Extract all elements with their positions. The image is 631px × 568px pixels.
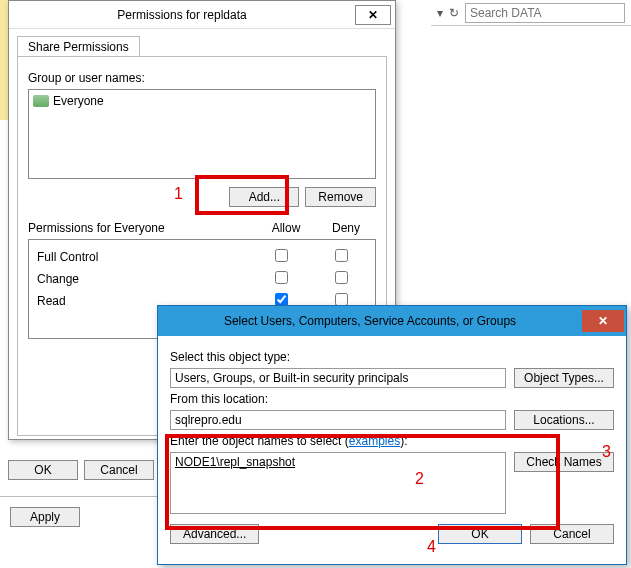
annotation-3: 3 bbox=[602, 443, 611, 461]
object-type-field: Users, Groups, or Built-in security prin… bbox=[170, 368, 506, 388]
dialog-title: Select Users, Computers, Service Account… bbox=[158, 314, 582, 328]
cancel-button[interactable]: Cancel bbox=[84, 460, 154, 480]
table-row: Change bbox=[33, 268, 371, 290]
deny-header: Deny bbox=[316, 221, 376, 235]
from-location-field: sqlrepro.edu bbox=[170, 410, 506, 430]
ok-button[interactable]: OK bbox=[8, 460, 78, 480]
close-icon[interactable]: ✕ bbox=[355, 5, 391, 25]
object-type-label: Select this object type: bbox=[170, 350, 614, 364]
deny-change-checkbox[interactable] bbox=[335, 271, 348, 284]
allow-fullcontrol-checkbox[interactable] bbox=[275, 249, 288, 262]
annotation-4: 4 bbox=[427, 538, 436, 556]
tab-share-permissions[interactable]: Share Permissions bbox=[17, 36, 140, 57]
remove-button[interactable]: Remove bbox=[305, 187, 376, 207]
perm-label: Change bbox=[33, 272, 251, 286]
deny-fullcontrol-checkbox[interactable] bbox=[335, 249, 348, 262]
allow-change-checkbox[interactable] bbox=[275, 271, 288, 284]
allow-header: Allow bbox=[256, 221, 316, 235]
perm-label: Full Control bbox=[33, 250, 251, 264]
close-icon[interactable]: ✕ bbox=[582, 310, 624, 332]
group-icon bbox=[33, 95, 49, 107]
explorer-toolbar: ▾ ↻ bbox=[431, 0, 631, 26]
refresh-icon[interactable]: ↻ bbox=[449, 6, 459, 20]
annotation-box-2 bbox=[165, 434, 560, 530]
list-item[interactable]: Everyone bbox=[33, 94, 371, 108]
dialog-title: Permissions for repldata bbox=[9, 8, 355, 22]
object-types-button[interactable]: Object Types... bbox=[514, 368, 614, 388]
annotation-2: 2 bbox=[415, 470, 424, 488]
list-item-label: Everyone bbox=[53, 94, 104, 108]
table-row: Full Control bbox=[33, 246, 371, 268]
from-location-label: From this location: bbox=[170, 392, 614, 406]
user-list[interactable]: Everyone bbox=[28, 89, 376, 179]
permissions-header: Permissions for Everyone bbox=[28, 221, 256, 235]
search-input[interactable] bbox=[465, 3, 625, 23]
group-user-label: Group or user names: bbox=[28, 71, 376, 85]
apply-button[interactable]: Apply bbox=[10, 507, 80, 527]
locations-button[interactable]: Locations... bbox=[514, 410, 614, 430]
caret-down-icon[interactable]: ▾ bbox=[437, 6, 443, 20]
annotation-1: 1 bbox=[174, 185, 183, 203]
annotation-box-1 bbox=[195, 175, 289, 215]
